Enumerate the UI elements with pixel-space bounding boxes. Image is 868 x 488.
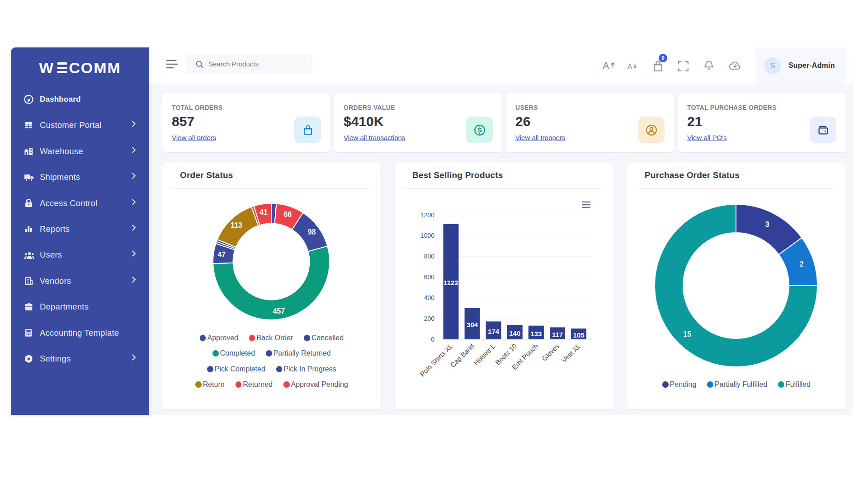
svg-text:1000: 1000 [420,232,434,239]
svg-text:174: 174 [488,328,500,335]
svg-text:105: 105 [573,331,585,339]
svg-text:400: 400 [424,294,435,301]
svg-text:Vest XL: Vest XL [560,342,582,364]
svg-text:304: 304 [467,321,478,328]
svg-text:66: 66 [283,211,292,218]
svg-text:Holsetr L: Holsetr L [472,342,496,366]
svg-text:1122: 1122 [443,279,458,286]
svg-text:1200: 1200 [420,211,434,219]
svg-text:S: S [477,127,482,134]
svg-text:98: 98 [308,228,316,236]
svg-text:0: 0 [431,336,434,343]
svg-text:600: 600 [424,273,435,281]
svg-text:Gloves: Gloves [540,342,561,362]
svg-text:A: A [627,62,632,70]
svg-text:457: 457 [273,307,285,315]
svg-text:47: 47 [217,251,226,258]
svg-text:3: 3 [765,221,769,228]
svg-text:A: A [603,60,609,71]
svg-text:140: 140 [509,329,520,337]
svg-text:133: 133 [530,330,542,338]
svg-text:800: 800 [424,253,435,260]
svg-text:41: 41 [259,208,268,216]
svg-text:Polo Shirts XL: Polo Shirts XL [418,342,454,378]
svg-text:15: 15 [683,330,691,338]
svg-text:200: 200 [424,315,435,322]
svg-text:113: 113 [231,221,242,229]
svg-text:2: 2 [800,260,804,268]
svg-text:117: 117 [552,331,563,338]
